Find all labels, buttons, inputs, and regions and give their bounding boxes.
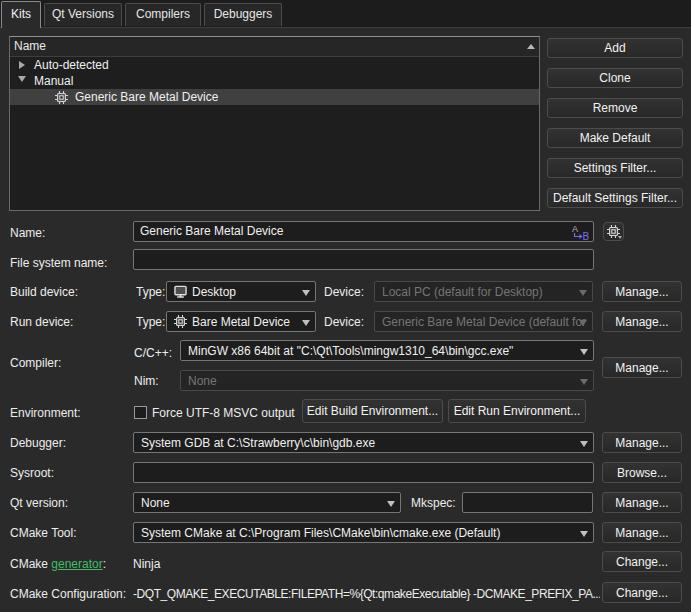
svg-text:A: A [572, 224, 578, 234]
svg-text:B: B [583, 231, 590, 241]
